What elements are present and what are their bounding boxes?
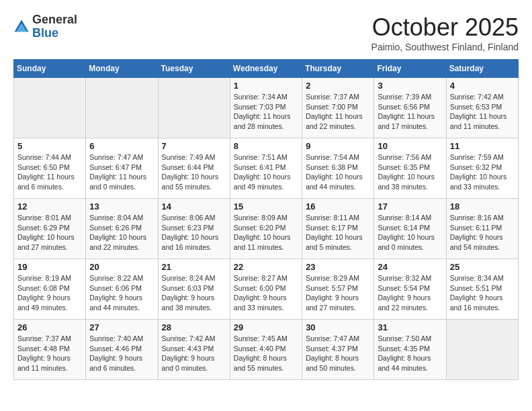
day-number: 6 [89,141,154,151]
month-title: October 2025 [371,13,519,42]
day-number: 28 [162,322,226,332]
weekday-header-wednesday: Wednesday [230,60,302,78]
calendar-cell: 18Sunrise: 8:16 AM Sunset: 6:11 PM Dayli… [446,199,518,259]
calendar-cell: 26Sunrise: 7:37 AM Sunset: 4:48 PM Dayli… [14,320,86,380]
day-info: Sunrise: 7:56 AM Sunset: 6:35 PM Dayligh… [378,152,442,192]
day-info: Sunrise: 7:44 AM Sunset: 6:50 PM Dayligh… [17,152,82,192]
day-info: Sunrise: 7:39 AM Sunset: 6:56 PM Dayligh… [378,92,442,132]
day-info: Sunrise: 7:37 AM Sunset: 7:00 PM Dayligh… [306,92,370,132]
day-info: Sunrise: 8:09 AM Sunset: 6:20 PM Dayligh… [234,213,298,253]
calendar-cell: 1Sunrise: 7:34 AM Sunset: 7:03 PM Daylig… [230,78,302,138]
day-info: Sunrise: 8:27 AM Sunset: 6:00 PM Dayligh… [234,273,298,313]
calendar-cell: 14Sunrise: 8:06 AM Sunset: 6:23 PM Dayli… [158,199,230,259]
calendar-cell: 8Sunrise: 7:51 AM Sunset: 6:41 PM Daylig… [230,138,302,199]
calendar-cell: 20Sunrise: 8:22 AM Sunset: 6:06 PM Dayli… [86,259,158,320]
logo-icon [13,19,30,35]
day-info: Sunrise: 8:22 AM Sunset: 6:06 PM Dayligh… [89,273,154,313]
day-info: Sunrise: 7:42 AM Sunset: 6:53 PM Dayligh… [450,92,515,132]
day-info: Sunrise: 7:49 AM Sunset: 6:44 PM Dayligh… [162,152,226,192]
calendar-cell [86,78,158,138]
day-number: 4 [450,81,515,91]
day-number: 26 [17,322,82,332]
calendar-cell: 23Sunrise: 8:29 AM Sunset: 5:57 PM Dayli… [302,259,374,320]
day-number: 7 [162,141,226,151]
day-number: 30 [306,322,370,332]
day-number: 31 [378,322,442,332]
day-info: Sunrise: 8:19 AM Sunset: 6:08 PM Dayligh… [17,273,82,313]
day-number: 5 [17,141,82,151]
day-number: 19 [17,262,82,272]
weekday-header-row: SundayMondayTuesdayWednesdayThursdayFrid… [14,60,519,78]
weekday-header-saturday: Saturday [446,60,518,78]
logo-general: General [32,13,77,27]
day-info: Sunrise: 7:40 AM Sunset: 4:46 PM Dayligh… [89,334,154,373]
day-info: Sunrise: 7:47 AM Sunset: 6:47 PM Dayligh… [89,152,154,192]
day-number: 10 [378,141,442,151]
day-info: Sunrise: 8:04 AM Sunset: 6:26 PM Dayligh… [89,213,154,253]
day-info: Sunrise: 7:50 AM Sunset: 4:35 PM Dayligh… [378,334,442,373]
calendar-cell: 13Sunrise: 8:04 AM Sunset: 6:26 PM Dayli… [86,199,158,259]
calendar-cell [158,78,230,138]
calendar-cell: 3Sunrise: 7:39 AM Sunset: 6:56 PM Daylig… [374,78,446,138]
day-number: 22 [234,262,298,272]
weekday-header-monday: Monday [86,60,158,78]
calendar-cell: 22Sunrise: 8:27 AM Sunset: 6:00 PM Dayli… [230,259,302,320]
day-info: Sunrise: 8:06 AM Sunset: 6:23 PM Dayligh… [162,213,226,253]
weekday-header-sunday: Sunday [14,60,86,78]
day-number: 11 [450,141,515,151]
calendar-cell: 19Sunrise: 8:19 AM Sunset: 6:08 PM Dayli… [14,259,86,320]
weekday-header-tuesday: Tuesday [158,60,230,78]
calendar-cell: 2Sunrise: 7:37 AM Sunset: 7:00 PM Daylig… [302,78,374,138]
day-number: 14 [162,201,226,212]
day-number: 1 [234,81,298,91]
location: Paimio, Southwest Finland, Finland [371,42,519,52]
day-info: Sunrise: 8:29 AM Sunset: 5:57 PM Dayligh… [306,273,370,313]
calendar-cell: 17Sunrise: 8:14 AM Sunset: 6:14 PM Dayli… [374,199,446,259]
day-info: Sunrise: 7:54 AM Sunset: 6:38 PM Dayligh… [306,152,370,192]
day-number: 27 [89,322,154,332]
calendar-cell: 16Sunrise: 8:11 AM Sunset: 6:17 PM Dayli… [302,199,374,259]
calendar-cell [14,78,86,138]
calendar-cell: 7Sunrise: 7:49 AM Sunset: 6:44 PM Daylig… [158,138,230,199]
calendar-cell: 11Sunrise: 7:59 AM Sunset: 6:32 PM Dayli… [446,138,518,199]
day-number: 8 [234,141,298,151]
day-number: 2 [306,81,370,91]
day-info: Sunrise: 8:24 AM Sunset: 6:03 PM Dayligh… [162,273,226,313]
day-info: Sunrise: 8:16 AM Sunset: 6:11 PM Dayligh… [450,213,515,253]
calendar-cell: 25Sunrise: 8:34 AM Sunset: 5:51 PM Dayli… [446,259,518,320]
day-info: Sunrise: 8:32 AM Sunset: 5:54 PM Dayligh… [378,273,442,313]
calendar-cell: 27Sunrise: 7:40 AM Sunset: 4:46 PM Dayli… [86,320,158,380]
calendar-cell: 31Sunrise: 7:50 AM Sunset: 4:35 PM Dayli… [374,320,446,380]
day-number: 9 [306,141,370,151]
calendar-cell [446,320,518,380]
day-info: Sunrise: 7:59 AM Sunset: 6:32 PM Dayligh… [450,152,515,192]
calendar-cell: 12Sunrise: 8:01 AM Sunset: 6:29 PM Dayli… [14,199,86,259]
calendar-cell: 4Sunrise: 7:42 AM Sunset: 6:53 PM Daylig… [446,78,518,138]
day-number: 18 [450,201,515,212]
day-number: 12 [17,201,82,212]
calendar-cell: 5Sunrise: 7:44 AM Sunset: 6:50 PM Daylig… [14,138,86,199]
day-info: Sunrise: 7:45 AM Sunset: 4:40 PM Dayligh… [234,334,298,373]
calendar-cell: 9Sunrise: 7:54 AM Sunset: 6:38 PM Daylig… [302,138,374,199]
day-number: 20 [89,262,154,272]
calendar-table: SundayMondayTuesdayWednesdayThursdayFrid… [13,59,519,380]
calendar-cell: 6Sunrise: 7:47 AM Sunset: 6:47 PM Daylig… [86,138,158,199]
day-info: Sunrise: 8:11 AM Sunset: 6:17 PM Dayligh… [306,213,370,253]
day-info: Sunrise: 8:14 AM Sunset: 6:14 PM Dayligh… [378,213,442,253]
calendar-cell: 29Sunrise: 7:45 AM Sunset: 4:40 PM Dayli… [230,320,302,380]
day-number: 23 [306,262,370,272]
calendar-cell: 28Sunrise: 7:42 AM Sunset: 4:43 PM Dayli… [158,320,230,380]
weekday-header-thursday: Thursday [302,60,374,78]
day-number: 25 [450,262,515,272]
calendar-week-4: 19Sunrise: 8:19 AM Sunset: 6:08 PM Dayli… [14,259,519,320]
day-info: Sunrise: 7:51 AM Sunset: 6:41 PM Dayligh… [234,152,298,192]
calendar-cell: 10Sunrise: 7:56 AM Sunset: 6:35 PM Dayli… [374,138,446,199]
page-header: General Blue October 2025 Paimio, Southw… [13,13,519,52]
calendar-week-1: 1Sunrise: 7:34 AM Sunset: 7:03 PM Daylig… [14,78,519,138]
day-info: Sunrise: 8:34 AM Sunset: 5:51 PM Dayligh… [450,273,515,313]
day-number: 17 [378,201,442,212]
title-block: October 2025 Paimio, Southwest Finland, … [371,13,519,52]
logo-text: General Blue [32,13,77,40]
day-number: 13 [89,201,154,212]
day-info: Sunrise: 8:01 AM Sunset: 6:29 PM Dayligh… [17,213,82,253]
